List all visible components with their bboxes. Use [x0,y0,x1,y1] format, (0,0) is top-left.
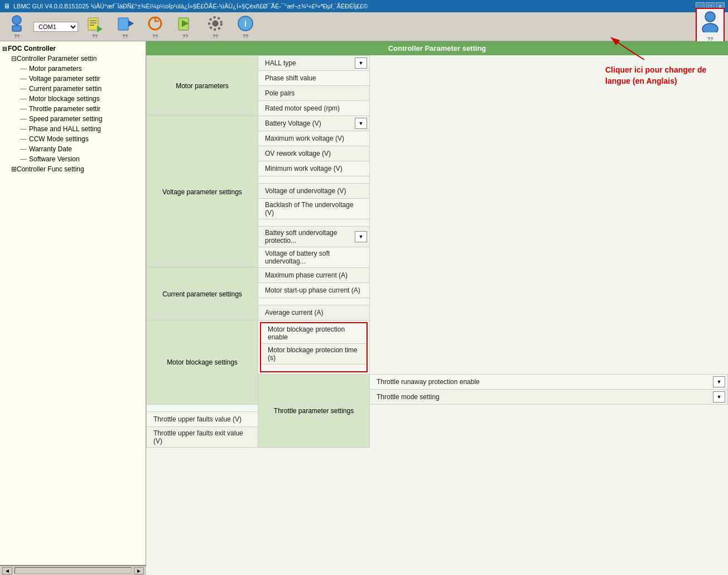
annotation-text: Cliquer ici pour changer de langue (en A… [605,65,722,87]
sidebar-item-blockage[interactable]: — Motor blockage settings [0,94,146,104]
phase-shift-label: Phase shift value [258,72,369,84]
com-select[interactable]: COM1 COM2 COM3 COM4 [33,22,78,32]
list-item: Backlash of The undervoltage (V) [258,199,369,219]
content-area: Controller Parameter setting Motor param… [146,41,728,575]
foc-label: FOC Controller [8,45,56,52]
undervoltage-label: Voltage of undervoltage (V) [258,185,369,197]
warranty-label: Warranty Date [29,145,72,153]
connect-button[interactable]: ?? [3,15,30,39]
upload-icon [176,15,194,32]
current-label: Current parameter settin [29,85,102,93]
list-item: Pole pairs [258,86,369,100]
backlash-label: Backlash of The undervoltage (V) [258,199,369,219]
list-item: Maximum phase current (A) [258,268,369,282]
soft-undervoltage-dropdown[interactable]: ▼ [355,231,367,242]
settings-button[interactable]: ?? [202,15,229,39]
read-button[interactable]: ?? [81,15,108,39]
throttle-mode-label: Throttle mode setting [370,391,713,403]
dash-icon: — [20,155,27,163]
title-bar: 🖥 LBMC GUI V4.0.0.B151025 ¹úÂÚ°æf¯ÍáÐÑ£°… [0,0,728,12]
func-label: Controller Func setting [17,165,84,173]
sidebar-item-voltage[interactable]: — Voltage parameter settir [0,74,146,84]
sidebar-item-controller-param[interactable]: ⊟ Controller Parameter settin [0,54,146,64]
phase-label: Phase and HALL setting [29,125,101,133]
sidebar-item-throttle[interactable]: — Throttle parameter settir [0,104,146,114]
refresh-label: ?? [152,33,158,39]
sidebar-item-ccw[interactable]: — CCW Mode settings [0,134,146,144]
sidebar-item-warranty[interactable]: — Warranty Date [0,144,146,154]
com-selector[interactable]: COM1 COM2 COM3 COM4 [33,22,78,32]
scroll-right-button[interactable]: ► [134,567,144,574]
connect-icon [8,15,26,32]
read-label: ?? [92,33,98,39]
sidebar: ⊟ FOC Controller ⊟ Controller Parameter … [0,41,146,575]
controller-param-label: Controller Parameter settin [17,55,97,63]
expand-icon-func: ⊞ [11,165,17,173]
list-item: OV rework voltage (V) [258,146,369,161]
upload-button[interactable]: ?? [172,15,199,39]
pole-pairs-label: Pole pairs [258,87,369,99]
sidebar-item-motor-params[interactable]: — Motor parameters [0,64,146,74]
hall-type-dropdown[interactable]: ▼ [355,58,367,69]
voltage-group-cell: Voltage parameter settings [147,116,258,268]
download-button[interactable]: ?? [112,15,138,39]
throttle-label: Throttle parameter settir [29,105,100,113]
svg-rect-4 [90,20,97,21]
dash-icon: — [20,145,27,153]
spacer-row [147,405,258,411]
sidebar-item-speed[interactable]: — Speed parameter setting [0,114,146,124]
dash-icon: — [20,85,27,93]
soft-undervoltage-label: Battey soft undervoltage protectio... [258,227,355,247]
upload-label: ?? [182,33,188,39]
list-item: Minimum work voltage (V) [258,161,369,176]
svg-text:i: i [244,19,247,28]
list-item: Motor blockage protecion time (s) [261,344,367,365]
list-item: HALL type ▼ [258,56,369,70]
throttle-mode-dropdown[interactable]: ▼ [713,391,725,402]
sidebar-item-func[interactable]: ⊞ Controller Func setting [0,164,146,174]
list-item: Motor blockage protection enable [261,323,367,344]
list-item: Phase shift value [258,71,369,85]
dash-icon: — [20,105,27,113]
annotation: Cliquer ici pour changer de langue (en A… [605,35,722,87]
voltage-group: Voltage parameter settings Battery Volta… [147,116,728,131]
throttle-runaway-dropdown[interactable]: ▼ [713,376,725,387]
list-item: Throttle mode setting ▼ [370,390,727,404]
list-item: Battey soft undervoltage protectio... ▼ [258,227,369,247]
svg-point-17 [705,12,715,22]
motor-params-label: Motor parameters [29,65,82,73]
ccw-label: CCW Mode settings [29,135,89,143]
sidebar-item-foc[interactable]: ⊟ FOC Controller [0,44,146,54]
list-item: Rated motor speed (rpm) [258,101,369,116]
app-icon: 🖥 [3,2,10,10]
throttle-runaway-label: Throttle runaway protection enable [370,376,713,388]
refresh-button[interactable]: ?? [142,15,168,39]
battery-soft-label: Voltage of battery soft undervoltag... [258,247,369,267]
svg-marker-7 [97,26,103,32]
expand-icon: ⊟ [2,46,7,52]
settings-label: ?? [213,33,218,39]
svg-rect-8 [118,18,128,30]
ov-rework-label: OV rework voltage (V) [258,147,369,160]
sidebar-bottom: ◄ ► [0,565,146,575]
list-item: Voltage of undervoltage (V) [258,184,369,198]
spacer-row [258,219,369,226]
sidebar-item-phase[interactable]: — Phase and HALL setting [0,124,146,134]
hall-type-label: HALL type [258,57,355,69]
info-button[interactable]: i ?? [232,15,259,39]
throttle-upper-exit-label: Throttle upper faults exit value (V) [147,427,258,447]
horizontal-scrollbar[interactable] [15,567,132,574]
dash-icon: — [20,65,27,73]
sidebar-item-current[interactable]: — Current parameter settin [0,84,146,94]
throttle-group-cell: Throttle parameter settings [258,375,370,448]
sidebar-item-software[interactable]: — Software Version [0,154,146,164]
scroll-left-button[interactable]: ◄ [2,567,12,574]
list-item: Throttle upper faults value (V) [147,412,258,427]
throttle-upper-faults-label: Throttle upper faults value (V) [147,413,258,425]
max-phase-current-label: Maximum phase current (A) [258,269,369,281]
battery-voltage-dropdown[interactable]: ▼ [355,118,367,129]
svg-point-13 [213,21,218,26]
download-icon [116,15,134,32]
rated-speed-label: Rated motor speed (rpm) [258,102,369,114]
dash-icon: — [20,135,27,143]
